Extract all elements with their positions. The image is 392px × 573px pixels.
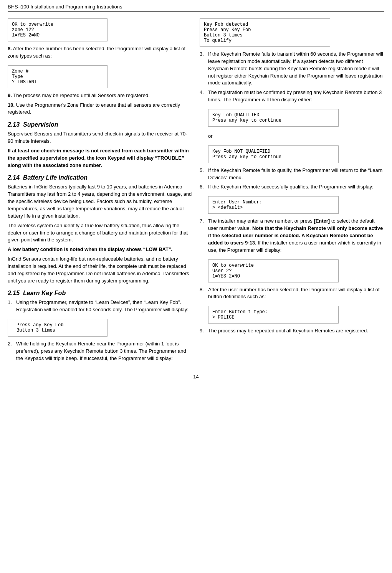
section-214-para2: The wireless system can identify a true …	[8, 222, 192, 244]
code-box-press-keyfob: Press any Key Fob Button 3 times	[8, 319, 108, 337]
code-line-det3: Button 3 times	[204, 33, 326, 38]
code-line-zone3: ? INSTANT	[12, 79, 103, 85]
section-213-heading: 2.13 Supervision	[8, 121, 192, 128]
code-box-fob-detected: Key Fob detected Press any Key Fob Butto…	[200, 18, 330, 47]
section-214-para4: InGrid Sensors contain long-life but non…	[8, 256, 192, 284]
list-item-2: While holding the Keychain Remote near t…	[8, 340, 192, 362]
right-list-item-8: After the user number has been selected,…	[200, 286, 384, 301]
right-list-item-6: If the Keychain Remote successfully qual…	[200, 183, 384, 191]
page: BHS-i100 Installation and Programming In…	[0, 0, 392, 387]
code-line-user1: Enter User Number:	[212, 200, 334, 205]
right-column: Key Fob detected Press any Key Fob Butto…	[200, 15, 384, 366]
code-box-overwrite-user: OK to overwrite User 2? 1=YES 2=NO	[208, 259, 339, 282]
section-214-para3: A low battery condition is noted when th…	[8, 246, 192, 253]
code-line-press2: Button 3 times	[17, 328, 103, 333]
page-number: 14	[8, 374, 384, 380]
code-line-qual1: Key Fob QUALIFIED	[212, 112, 334, 118]
section-215-list-2: While holding the Keychain Remote near t…	[8, 340, 192, 362]
right-list-item-3: If the Keychain Remote fails to transmit…	[200, 51, 384, 87]
section-215-list: Using the Programmer, navigate to “Learn…	[8, 299, 192, 314]
right-list-5: The process may be repeated until all Ke…	[200, 327, 384, 335]
right-list-1: If the Keychain Remote fails to transmit…	[200, 51, 384, 104]
or-label: or	[208, 133, 384, 140]
code-line-zone1: Zone #	[12, 69, 103, 74]
section-214-para1: Batteries in InGrid Sensors typically la…	[8, 183, 192, 220]
header-title: BHS-i100 Installation and Programming In…	[8, 4, 122, 10]
code-line-ou1: OK to overwrite	[212, 263, 334, 268]
section-213-para2: If at least one check-in message is not …	[8, 147, 192, 169]
right-list-item-5: If the Keychain Remote fails to qualify,…	[200, 167, 384, 182]
two-column-layout: OK to overwrite zone 12? 1=YES 2=NO 8. A…	[8, 15, 384, 366]
code-line-det1: Key Fob detected	[204, 22, 326, 27]
right-list-3: The installer may enter a new number, or…	[200, 218, 384, 254]
right-list-item-4: The registration must be confirmed by pr…	[200, 89, 384, 104]
page-header: BHS-i100 Installation and Programming In…	[8, 4, 384, 12]
code-box-zone-type: Zone # Type ? INSTANT	[8, 65, 108, 88]
code-line-zone2: Type	[12, 74, 103, 79]
code-line-det2: Press any Key Fob	[204, 27, 326, 33]
right-list-item-9: The process may be repeated until all Ke…	[200, 327, 384, 335]
code-line-press1: Press any Key Fob	[17, 322, 103, 328]
code-box-enter-button: Enter Button 1 type: > POLICE	[208, 306, 339, 324]
section-214: 2.14 Battery Life Indication Batteries i…	[8, 174, 192, 284]
para-10: 10. Use the Programmer's Zone Finder to …	[8, 102, 192, 116]
code-line-ou2: User 2?	[212, 268, 334, 274]
right-list-2: If the Keychain Remote fails to qualify,…	[200, 167, 384, 191]
section-213: 2.13 Supervision Supervised Sensors and …	[8, 121, 192, 169]
section-215-heading: 2.15 Learn Key Fob	[8, 290, 192, 297]
code-box-enter-user: Enter User Number: > <default>	[208, 196, 339, 214]
left-column: OK to overwrite zone 12? 1=YES 2=NO 8. A…	[8, 15, 192, 366]
right-list-4: After the user number has been selected,…	[200, 286, 384, 301]
code-line-2: zone 12?	[12, 27, 103, 33]
code-box-fob-not-qualified: Key Fob NOT QUALIFIED Press any key to c…	[208, 145, 339, 163]
code-line-user2: > <default>	[212, 205, 334, 210]
para-8: 8. After the zone number has been select…	[8, 45, 192, 60]
code-box-fob-qualified: Key Fob QUALIFIED Press any key to conti…	[208, 109, 339, 127]
code-line-notq1: Key Fob NOT QUALIFIED	[212, 149, 334, 154]
code-line-qual2: Press any key to continue	[212, 118, 334, 123]
list-item-1: Using the Programmer, navigate to “Learn…	[8, 299, 192, 314]
section-213-para1: Supervised Sensors and Transmitters send…	[8, 130, 192, 145]
code-line-1: OK to overwrite	[12, 22, 103, 27]
right-list-item-7: The installer may enter a new number, or…	[200, 218, 384, 254]
para-9: 9. The process may be repeated until all…	[8, 92, 192, 99]
code-line-3: 1=YES 2=NO	[12, 33, 103, 38]
code-line-ou3: 1=YES 2=NO	[212, 274, 334, 279]
section-214-heading: 2.14 Battery Life Indication	[8, 174, 192, 181]
code-line-det4: To qualify	[204, 38, 326, 43]
code-line-btn2: > POLICE	[212, 315, 334, 320]
code-line-btn1: Enter Button 1 type:	[212, 309, 334, 315]
code-box-overwrite-zone: OK to overwrite zone 12? 1=YES 2=NO	[8, 18, 108, 41]
code-line-notq2: Press any key to continue	[212, 154, 334, 160]
section-215: 2.15 Learn Key Fob Using the Programmer,…	[8, 290, 192, 362]
